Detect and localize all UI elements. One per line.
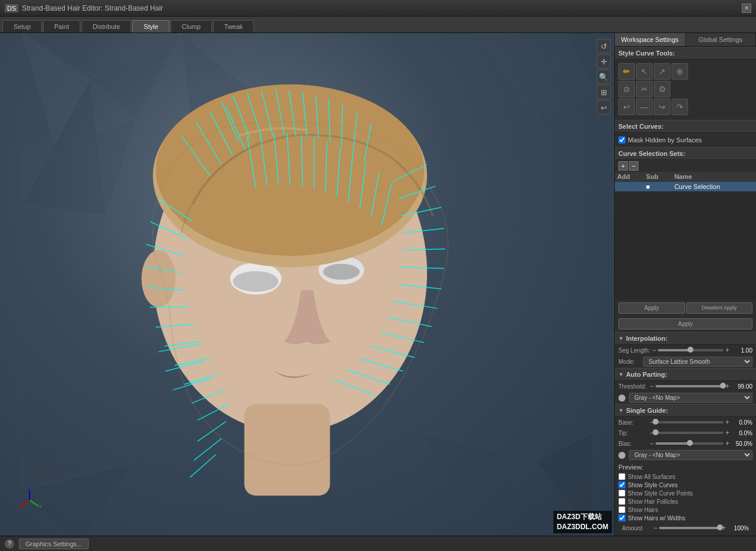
- tab-setup[interactable]: Setup: [2, 20, 42, 32]
- rotate-tool[interactable]: ↺: [597, 39, 611, 53]
- main-area: ↺ ✛ 🔍 ⊞ ↩ Y X Z DAZ3D下载站 DAZ3DDL.COM: [0, 33, 756, 536]
- viewport-tools: ↺ ✛ 🔍 ⊞ ↩: [597, 39, 611, 115]
- select-curves-header: Select Curves:: [615, 120, 756, 133]
- seg-length-thumb[interactable]: [687, 347, 693, 353]
- tool-cut[interactable]: ✂: [636, 81, 653, 97]
- fit-tool[interactable]: ⊞: [597, 85, 611, 99]
- tool-comb[interactable]: ⊘: [618, 81, 635, 97]
- tool-select-arrow[interactable]: ↖: [636, 63, 653, 80]
- auto-parting-header[interactable]: ▼ Auto Parting:: [615, 368, 756, 381]
- tool-row-2: ⊘ ✂ ⚙: [618, 81, 752, 97]
- seg-length-track[interactable]: [658, 349, 724, 351]
- show-style-curves-checkbox[interactable]: [618, 481, 625, 488]
- base-row: Base: − + 0.0%: [615, 417, 756, 428]
- threshold-thumb[interactable]: [720, 383, 726, 389]
- tab-paint[interactable]: Paint: [43, 20, 80, 32]
- tool-curve-a[interactable]: ↩: [618, 99, 635, 115]
- tip-label: Tip:: [618, 430, 648, 436]
- single-guide-header[interactable]: ▼ Single Guide:: [615, 404, 756, 417]
- tab-global-settings[interactable]: Global Settings: [686, 33, 757, 46]
- show-hair-follicles-checkbox[interactable]: [618, 498, 625, 505]
- tool-curve-c[interactable]: ↪: [654, 99, 670, 115]
- show-all-surfaces-option[interactable]: Show All Surfaces: [618, 473, 752, 480]
- curve-set-row[interactable]: ■ Curve Selection: [615, 182, 756, 192]
- bias-value: 50.0%: [731, 441, 752, 447]
- style-curve-tools-header: Style Curve Tools:: [615, 47, 756, 60]
- tool-select-lasso[interactable]: ↗: [654, 63, 670, 80]
- apply-buttons-row-2: Apply: [615, 316, 756, 332]
- reset-tool[interactable]: ↩: [597, 100, 611, 115]
- tip-track[interactable]: [656, 432, 724, 434]
- tool-draw[interactable]: ✏: [618, 63, 635, 80]
- show-all-surfaces-checkbox[interactable]: [618, 473, 625, 480]
- base-thumb[interactable]: [653, 419, 659, 425]
- select-curves-section: Mask Hidden by Surfaces: [615, 133, 756, 147]
- seg-length-minus[interactable]: −: [651, 346, 657, 354]
- show-hairs-option[interactable]: Show Hairs: [618, 506, 752, 513]
- mask-hidden-checkbox[interactable]: [618, 136, 625, 144]
- help-icon[interactable]: ?: [5, 539, 14, 549]
- show-hairs-checkbox[interactable]: [618, 506, 625, 513]
- svg-rect-12: [245, 405, 330, 496]
- titlebar: DS Strand-Based Hair Editor: Strand-Base…: [0, 0, 756, 17]
- tool-curve-d[interactable]: ↷: [672, 99, 688, 115]
- tip-plus[interactable]: +: [725, 429, 730, 437]
- preview-section: Preview: Show All Surfaces Show Style Cu…: [615, 461, 756, 536]
- threshold-track[interactable]: [656, 385, 724, 387]
- app-title: DS Strand-Based Hair Editor: Strand-Base…: [5, 4, 163, 12]
- apply-buttons-row: Apply Deselect Apply: [615, 300, 756, 316]
- tool-add[interactable]: ⊕: [672, 63, 688, 80]
- set-sub-cell: ■: [644, 182, 672, 192]
- show-style-curve-points-checkbox[interactable]: [618, 490, 625, 497]
- bias-row: Bias: − + 50.0%: [615, 438, 756, 449]
- tip-thumb[interactable]: [653, 429, 659, 435]
- seg-length-plus[interactable]: +: [725, 346, 730, 354]
- pan-tool[interactable]: ✛: [597, 54, 611, 69]
- deselect-apply-btn[interactable]: Deselect Apply: [686, 302, 753, 314]
- tab-distribute[interactable]: Distribute: [82, 20, 131, 32]
- show-hairs-widths-label: Show Hairs w/ Widths: [628, 515, 685, 521]
- svg-marker-10: [421, 433, 535, 536]
- tab-tweak[interactable]: Tweak: [213, 20, 255, 32]
- svg-line-81: [30, 500, 38, 506]
- auto-parting-arrow: ▼: [618, 371, 624, 377]
- base-plus[interactable]: +: [725, 418, 730, 426]
- tool-curve-b[interactable]: —: [636, 99, 653, 115]
- show-style-curve-points-option[interactable]: Show Style Curve Points: [618, 490, 752, 497]
- guide-map-select[interactable]: Gray - <No Map>: [629, 450, 752, 460]
- bias-plus[interactable]: +: [725, 439, 730, 448]
- bias-minus[interactable]: −: [649, 439, 654, 448]
- bias-track[interactable]: [656, 442, 724, 445]
- interpolation-header[interactable]: ▼ Interpolation:: [615, 332, 756, 345]
- base-track[interactable]: [656, 421, 724, 423]
- show-hairs-widths-option[interactable]: Show Hairs w/ Widths: [618, 514, 752, 521]
- mask-hidden-row: Mask Hidden by Surfaces: [618, 136, 752, 144]
- apply-btn-2[interactable]: Apply: [618, 318, 752, 330]
- remove-set-button[interactable]: −: [629, 161, 638, 171]
- viewport[interactable]: ↺ ✛ 🔍 ⊞ ↩ Y X Z DAZ3D下载站 DAZ3DDL.COM: [0, 33, 614, 536]
- amount-value: 100%: [728, 525, 749, 532]
- tool-settings[interactable]: ⚙: [654, 81, 670, 97]
- graphics-settings-button[interactable]: Graphics Settings...: [19, 539, 89, 549]
- apply-btn-1[interactable]: Apply: [618, 302, 685, 314]
- curve-sets-add-row: + −: [615, 160, 756, 172]
- zoom-tool[interactable]: 🔍: [597, 70, 611, 84]
- amount-track[interactable]: [659, 527, 720, 529]
- guide-map-row: Gray - <No Map>: [615, 449, 756, 461]
- tab-workspace-settings[interactable]: Workspace Settings: [615, 33, 686, 46]
- tab-style[interactable]: Style: [132, 20, 169, 32]
- show-hair-follicles-option[interactable]: Show Hair Follicles: [618, 498, 752, 505]
- add-set-button[interactable]: +: [618, 161, 628, 171]
- mode-select[interactable]: Surface Lattice Smooth Linear Cubic: [643, 357, 752, 367]
- show-hairs-widths-checkbox[interactable]: [618, 514, 625, 521]
- parting-map-select[interactable]: Gray - <No Map>: [629, 393, 752, 403]
- bias-thumb[interactable]: [687, 440, 693, 446]
- svg-point-18: [142, 250, 176, 307]
- amount-minus[interactable]: −: [653, 524, 658, 532]
- show-style-curves-option[interactable]: Show Style Curves: [618, 481, 752, 488]
- threshold-minus[interactable]: −: [649, 382, 654, 390]
- close-button[interactable]: ✕: [742, 4, 751, 13]
- svg-line-47: [190, 455, 216, 478]
- tab-clump[interactable]: Clump: [171, 20, 212, 32]
- amount-thumb[interactable]: [717, 524, 723, 530]
